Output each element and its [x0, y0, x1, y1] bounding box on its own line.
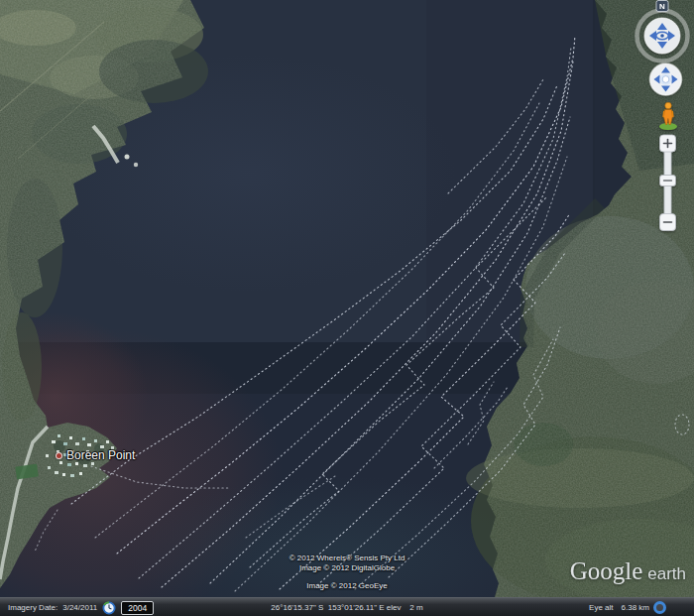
historical-imagery-clock-icon[interactable] — [102, 601, 116, 615]
zoom-slider[interactable] — [660, 135, 676, 231]
navigation-controls: N — [631, 0, 694, 238]
move-joystick[interactable] — [650, 63, 682, 95]
placemark-boreen-point[interactable]: Boreen Point — [56, 448, 135, 462]
pegman-base — [659, 123, 677, 130]
hand-icon — [662, 76, 669, 83]
placemark-dot-icon — [56, 452, 62, 459]
placemark-label: Boreen Point — [66, 448, 135, 462]
street-view-pegman[interactable] — [659, 102, 677, 130]
streaming-progress-icon — [653, 601, 666, 614]
status-bar: Imagery Date: 3/24/2011 2004 26°16'15.37… — [0, 597, 694, 616]
eye-alt-label: Eye alt — [589, 603, 613, 612]
imagery-date-value: 3/24/2011 — [62, 603, 97, 612]
imagery-date-label: Imagery Date: — [8, 603, 58, 612]
north-label: N — [659, 2, 665, 11]
pegman-icon — [663, 102, 673, 124]
eye-alt-value: 6.38 km — [622, 603, 649, 612]
google-earth-logo: Googleearth — [570, 557, 686, 585]
logo-google-text: Google — [570, 557, 643, 584]
map-canvas[interactable] — [0, 0, 694, 597]
look-joystick[interactable]: N — [637, 1, 688, 62]
logo-earth-text: earth — [647, 564, 686, 583]
google-earth-window: © 2012 Whereis® Sensis Pty Ltd Image © 2… — [0, 0, 694, 616]
timeline-year-box[interactable]: 2004 — [121, 601, 154, 615]
